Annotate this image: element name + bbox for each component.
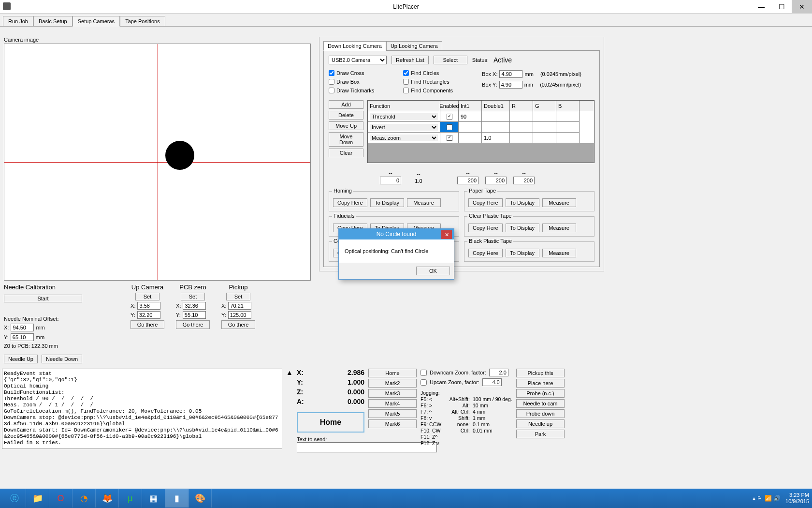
probe-down-button[interactable]: Probe down — [516, 409, 565, 418]
pickup-this-button[interactable]: Pickup this — [516, 369, 565, 377]
coord-x: 2.986 — [348, 369, 364, 376]
upcam-y-input[interactable] — [137, 311, 160, 319]
homing-measure-button[interactable]: Measure — [407, 198, 441, 207]
probe-n-c--button[interactable]: Probe (n.c.) — [516, 389, 565, 398]
mark-mark3-button[interactable]: Mark3 — [368, 389, 417, 398]
taskbar-app1-icon[interactable]: ▦ — [142, 489, 165, 508]
dialog-body: Optical positioning: Can't find Circle — [339, 239, 454, 263]
find-comp-checkbox[interactable]: Find Components — [403, 88, 453, 93]
pcbzero-y-input[interactable] — [183, 311, 206, 319]
groupbox-homing: HomingCopy HereTo DisplayMeasure — [329, 191, 459, 211]
box-x-input[interactable] — [499, 70, 522, 78]
taskbar-ie-icon[interactable]: ⓔ — [3, 489, 26, 508]
pcbzero-go-button[interactable]: Go there — [176, 320, 210, 329]
upcam-zoom-check[interactable] — [420, 379, 427, 386]
upcam-zoom-input[interactable] — [482, 378, 502, 386]
paper-tape-to-display-button[interactable]: To Display — [506, 198, 539, 207]
upcam-x-input[interactable] — [137, 302, 160, 310]
minimize-button[interactable]: — — [751, 0, 771, 13]
pickup-x-input[interactable] — [228, 302, 251, 310]
pickup-set-button[interactable]: Set — [226, 293, 250, 300]
paper-tape-measure-button[interactable]: Measure — [542, 198, 576, 207]
taskbar: ⓔ 📁 O ◔ 🦊 μ ▦ ▮ 🎨 ▴ 🏳 📶 🔊 3:23 PM 10/9/2… — [0, 489, 812, 508]
pickup-y-input[interactable] — [228, 311, 251, 319]
camera-device-select[interactable]: USB2.0 Camera — [329, 56, 387, 64]
needle-to-cam-button[interactable]: Needle to cam — [516, 399, 565, 408]
num-g[interactable] — [485, 177, 507, 184]
upcam-go-button[interactable]: Go there — [130, 320, 164, 329]
clear-plastic-tape-copy-here-button[interactable]: Copy Here — [468, 224, 503, 232]
taskbar-opera-icon[interactable]: O — [49, 489, 72, 508]
tab-down-camera[interactable]: Down Looking Camera — [323, 41, 386, 51]
tray-icons[interactable]: ▴ 🏳 📶 🔊 — [753, 495, 781, 502]
status-value: Active — [493, 56, 512, 64]
upcam-set-button[interactable]: Set — [135, 293, 160, 300]
taskbar-utorrent-icon[interactable]: μ — [119, 489, 142, 508]
filter-btn-move-up[interactable]: Move Up — [329, 121, 363, 130]
taskbar-explorer-icon[interactable]: 📁 — [26, 489, 49, 508]
mark-mark4-button[interactable]: Mark4 — [368, 399, 417, 408]
needle-x-input[interactable] — [11, 324, 34, 331]
num-0[interactable] — [380, 177, 401, 184]
needle-up-button[interactable]: Needle Up — [4, 355, 38, 363]
draw-cross-checkbox[interactable]: Draw Cross — [329, 70, 374, 76]
needle-down-button[interactable]: Needle Down — [42, 355, 82, 363]
tab-run-job[interactable]: Run Job — [3, 16, 33, 27]
dialog-ok-button[interactable]: OK — [416, 267, 450, 275]
table-row[interactable]: Meas. zoom1.0 — [368, 133, 594, 143]
dialog-close-button[interactable]: ✕ — [441, 230, 452, 239]
close-button[interactable]: ✕ — [792, 0, 812, 13]
taskbar-firefox-icon[interactable]: 🦊 — [96, 489, 119, 508]
clear-plastic-tape-to-display-button[interactable]: To Display — [506, 224, 539, 232]
num-b[interactable] — [513, 177, 535, 184]
black-plastic-tape-to-display-button[interactable]: To Display — [506, 249, 539, 257]
pickup-go-button[interactable]: Go there — [221, 320, 255, 329]
log-output: ReadyEvent stat {"qr":32,"qi":0,"qo":1} … — [2, 369, 282, 449]
park-button[interactable]: Park — [516, 430, 565, 438]
filter-btn-move-down[interactable]: Move Down — [329, 132, 363, 147]
filter-btn-delete[interactable]: Delete — [329, 111, 363, 120]
draw-tick-checkbox[interactable]: Draw Tickmarks — [329, 88, 374, 93]
needle-up-button[interactable]: Needle up — [516, 419, 565, 428]
needle-start-button[interactable]: Start — [4, 295, 82, 302]
black-plastic-tape-copy-here-button[interactable]: Copy Here — [468, 249, 503, 257]
box-y-input[interactable] — [499, 81, 522, 89]
downcam-zoom-input[interactable] — [489, 369, 508, 376]
table-row[interactable]: Invert — [368, 122, 594, 133]
place-here-button[interactable]: Place here — [516, 379, 565, 388]
taskbar-paint-icon[interactable]: 🎨 — [188, 489, 212, 508]
maximize-button[interactable]: ☐ — [771, 0, 792, 13]
num-r[interactable] — [457, 177, 478, 184]
tab-tape-positions[interactable]: Tape Positions — [120, 16, 165, 27]
downcam-zoom-check[interactable] — [420, 370, 427, 376]
mark-home-button[interactable]: Home — [368, 369, 417, 377]
pcbzero-x-input[interactable] — [183, 302, 206, 310]
paper-tape-copy-here-button[interactable]: Copy Here — [468, 198, 503, 207]
mark-mark2-button[interactable]: Mark2 — [368, 379, 417, 388]
homing-copy-here-button[interactable]: Copy Here — [333, 198, 367, 207]
select-camera-button[interactable]: Select — [434, 56, 467, 64]
tab-up-camera[interactable]: Up Looking Camera — [386, 41, 442, 51]
home-big-button[interactable]: Home — [297, 412, 364, 433]
homing-to-display-button[interactable]: To Display — [370, 198, 404, 207]
needle-y-input[interactable] — [11, 333, 34, 341]
find-circles-checkbox[interactable]: Find Circles — [403, 70, 453, 76]
mark-mark6-button[interactable]: Mark6 — [368, 419, 417, 428]
refresh-list-button[interactable]: Refresh List — [392, 56, 429, 64]
pcbzero-set-button[interactable]: Set — [181, 293, 205, 300]
coord-a: 0.000 — [348, 398, 364, 405]
scroll-up-icon[interactable]: ▲ — [286, 369, 293, 452]
tab-setup-cameras[interactable]: Setup Cameras — [72, 16, 120, 27]
mark-mark5-button[interactable]: Mark5 — [368, 409, 417, 418]
tab-basic-setup[interactable]: Basic Setup — [33, 16, 72, 27]
table-row[interactable]: Threshold90 — [368, 111, 594, 122]
black-plastic-tape-measure-button[interactable]: Measure — [542, 249, 576, 257]
filter-btn-add[interactable]: Add — [329, 100, 363, 109]
num-1[interactable] — [408, 178, 429, 184]
taskbar-uc-icon[interactable]: ◔ — [72, 489, 96, 508]
filter-btn-clear[interactable]: Clear — [329, 149, 363, 157]
draw-box-checkbox[interactable]: Draw Box — [329, 79, 374, 85]
clear-plastic-tape-measure-button[interactable]: Measure — [542, 224, 576, 232]
find-rect-checkbox[interactable]: Find Rectangles — [403, 79, 453, 85]
taskbar-liteplacer-icon[interactable]: ▮ — [165, 489, 188, 508]
